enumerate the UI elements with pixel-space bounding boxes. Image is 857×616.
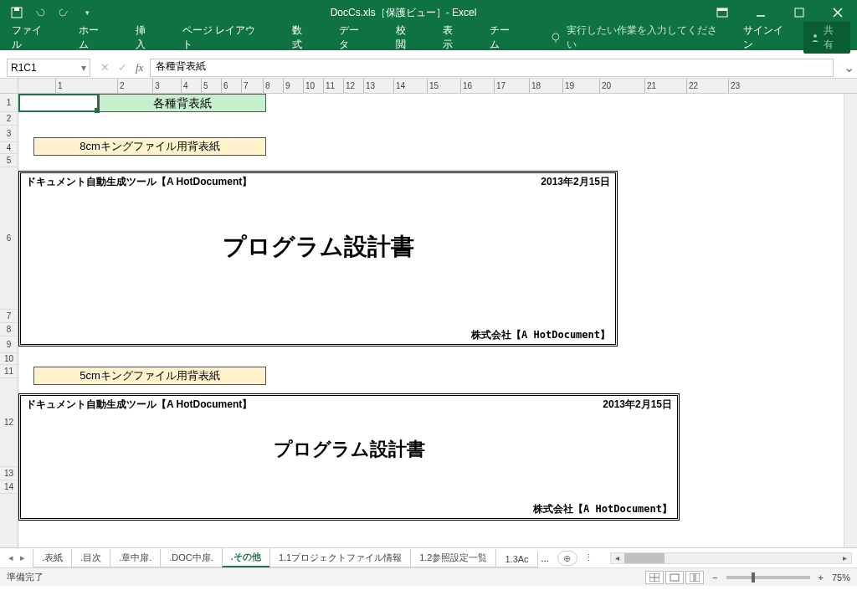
cancel-icon[interactable]: ✕ [100, 61, 110, 74]
view-pagebreak-button[interactable] [685, 571, 704, 584]
col-tick: 5 [201, 79, 208, 93]
spine-box-8cm: ドキュメント自動生成ツール【A HotDocument】 2013年2月15日 … [18, 171, 618, 346]
col-tick: 1 [55, 79, 63, 93]
person-icon [810, 33, 820, 43]
view-normal-button[interactable] [645, 571, 664, 584]
tab-review[interactable]: 校閲 [391, 23, 421, 52]
col-tick: 10 [303, 79, 315, 93]
cell-title-header[interactable]: 各種背表紙 [99, 94, 266, 112]
zoom-level[interactable]: 75% [832, 572, 850, 583]
save-button[interactable] [7, 3, 27, 23]
zoom-slider[interactable] [726, 576, 810, 579]
hscroll-left-icon[interactable]: ◂ [611, 553, 624, 563]
sheet-nav-prev[interactable]: ◂ [8, 552, 13, 563]
sheet-nav-next[interactable]: ▸ [20, 552, 25, 563]
ribbon-display-button[interactable] [703, 0, 742, 25]
row-header[interactable]: 12 [0, 378, 18, 467]
spine-box-5cm: ドキュメント自動生成ツール【A HotDocument】 2013年2月15日 … [18, 393, 680, 521]
horizontal-scrollbar[interactable]: ◂ ▸ [610, 552, 852, 564]
sheet-menu-icon[interactable]: ⋮ [577, 552, 600, 563]
grid-cells[interactable]: 各種背表紙 8cmキングファイル用背表紙 ドキュメント自動生成ツール【A Hot… [18, 94, 857, 547]
col-tick: 4 [181, 79, 188, 93]
label-5cm[interactable]: 5cmキングファイル用背表紙 [33, 367, 266, 385]
active-cell[interactable] [18, 94, 99, 112]
svg-rect-15 [690, 573, 694, 582]
undo-button[interactable] [30, 3, 50, 23]
tab-team[interactable]: チーム [485, 23, 525, 52]
tellme-search[interactable]: 実行したい作業を入力してください [550, 23, 727, 52]
column-ruler[interactable]: 1234567891011121314151617181920212223 [18, 79, 857, 93]
sheet-tab[interactable]: .表紙 [33, 549, 72, 567]
formula-input[interactable]: 各種背表紙 [150, 59, 834, 77]
chevron-down-icon[interactable]: ▾ [81, 62, 86, 74]
zoom-out-button[interactable]: − [712, 572, 717, 583]
tab-data[interactable]: データ [334, 23, 374, 52]
col-tick: 11 [323, 79, 335, 93]
fx-icon[interactable]: fx [136, 61, 143, 74]
row-header[interactable]: 2 [0, 112, 18, 126]
row-header[interactable]: 4 [0, 142, 18, 154]
sheet-tabs: .表紙.目次.章中扉..DOC中扉..その他1.1プロジェクトファイル情報1.2… [33, 548, 538, 567]
sheet-tab[interactable]: 1.2参照設定一覧 [410, 549, 496, 567]
row-header[interactable]: 7 [0, 310, 18, 323]
row-header[interactable]: 8 [0, 323, 18, 336]
tab-file[interactable]: ファイル [7, 23, 57, 52]
enter-icon[interactable]: ✓ [118, 61, 127, 74]
name-box[interactable]: R1C1 ▾ [7, 59, 90, 77]
row-header[interactable]: 5 [0, 154, 18, 167]
redo-button[interactable] [54, 3, 74, 23]
row-header[interactable]: 3 [0, 126, 18, 142]
sheet-tab[interactable]: .目次 [71, 549, 110, 567]
col-tick: 15 [427, 79, 439, 93]
signin-link[interactable]: サインイン [743, 23, 793, 52]
spreadsheet-grid[interactable]: 1234567891011121314 各種背表紙 8cmキングファイル用背表紙… [0, 94, 857, 547]
hscroll-thumb[interactable] [624, 553, 665, 563]
hscroll-right-icon[interactable]: ▸ [838, 553, 851, 563]
row-header[interactable]: 9 [0, 336, 18, 353]
qat-customize-icon[interactable]: ▾ [77, 3, 97, 23]
view-pagelayout-button[interactable] [665, 571, 684, 584]
svg-rect-16 [695, 573, 700, 582]
col-tick: 14 [393, 79, 405, 93]
svg-point-10 [813, 34, 817, 38]
tellme-placeholder: 実行したい作業を入力してください [567, 23, 727, 52]
formula-expand-icon[interactable]: ⌄ [840, 59, 857, 75]
tab-pagelayout[interactable]: ページ レイアウト [177, 23, 270, 52]
col-tick: 12 [343, 79, 355, 93]
status-ready: 準備完了 [7, 571, 44, 583]
spine1-tool: ドキュメント自動生成ツール【A HotDocument】 [26, 175, 252, 189]
label-8cm[interactable]: 8cmキングファイル用背表紙 [33, 137, 266, 156]
row-header[interactable]: 13 [0, 467, 18, 480]
share-button[interactable]: 共有 [803, 22, 850, 54]
sheet-tab[interactable]: .DOC中扉. [160, 549, 223, 567]
lightbulb-icon [550, 32, 562, 44]
col-tick: 3 [152, 79, 160, 93]
spine2-tool: ドキュメント自動生成ツール【A HotDocument】 [26, 398, 252, 412]
row-header[interactable]: 10 [0, 353, 18, 365]
row-header[interactable]: 14 [0, 480, 18, 494]
select-all-corner[interactable] [0, 79, 18, 93]
sheet-tab[interactable]: .その他 [222, 548, 270, 567]
col-tick: 8 [263, 79, 270, 93]
sheet-overflow[interactable]: ... [538, 553, 552, 563]
row-headers[interactable]: 1234567891011121314 [0, 94, 18, 547]
row-header[interactable]: 1 [0, 94, 18, 112]
tab-view[interactable]: 表示 [438, 23, 468, 52]
zoom-in-button[interactable]: + [819, 572, 824, 583]
row-header[interactable]: 6 [0, 167, 18, 310]
sheet-tab[interactable]: 1.3Ac [495, 552, 537, 567]
tab-insert[interactable]: 挿入 [131, 23, 161, 52]
spine2-date: 2013年2月15日 [603, 398, 672, 412]
ribbon-tabs: ファイル ホーム 挿入 ページ レイアウト 数式 データ 校閲 表示 チーム 実… [0, 25, 857, 50]
tab-home[interactable]: ホーム [74, 23, 114, 52]
row-header[interactable]: 11 [0, 365, 18, 378]
sheet-tab[interactable]: 1.1プロジェクトファイル情報 [269, 549, 411, 567]
sheet-tab[interactable]: .章中扉. [110, 549, 161, 567]
col-tick: 22 [686, 79, 698, 93]
add-sheet-button[interactable]: ⊕ [557, 551, 577, 566]
tab-formulas[interactable]: 数式 [287, 23, 317, 52]
svg-rect-14 [670, 574, 679, 581]
vertical-scrollbar[interactable] [844, 94, 857, 547]
share-label: 共有 [824, 23, 844, 52]
svg-rect-3 [717, 8, 727, 11]
